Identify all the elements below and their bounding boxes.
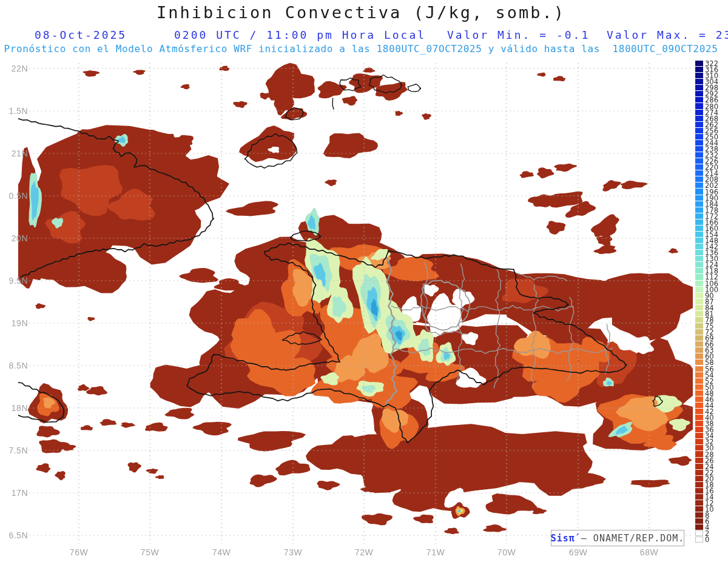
colorbar-cell [695, 170, 703, 176]
colorbar-cell [695, 353, 703, 359]
colorbar-cell [695, 140, 703, 146]
colorbar-cell [695, 518, 703, 524]
colorbar-cell [695, 476, 703, 481]
colorbar-cell [695, 347, 703, 353]
colorbar-cell [695, 396, 703, 402]
lat-label: 21N [0, 149, 28, 158]
colorbar-cell [695, 103, 703, 109]
colorbar-cell [695, 91, 703, 96]
colorbar-cell [695, 244, 703, 249]
colorbar-cell [695, 323, 703, 329]
colorbar-cell [695, 403, 703, 408]
lon-label: 74W [203, 547, 240, 557]
colorbar-cell [695, 97, 703, 102]
lat-label: 20N [0, 233, 28, 243]
lon-label: 69W [560, 547, 596, 557]
colorbar-cell [695, 445, 703, 450]
colorbar-cell [695, 213, 703, 219]
colorbar-cell [695, 500, 703, 506]
lat-label: 8.5N [0, 361, 28, 370]
colorbar-cell [695, 494, 703, 500]
colorbar-cell [695, 207, 703, 213]
colorbar-cell [695, 67, 703, 72]
colorbar-cell [695, 152, 703, 158]
lat-label: 1.5N [0, 106, 28, 116]
minmax-values: Valor Min. = -0.1 Valor Max. = 237.345 [447, 28, 728, 41]
colorbar-cell [695, 61, 703, 66]
colorbar-cell [695, 250, 703, 255]
colorbar-cell [695, 116, 703, 121]
colorbar-cell [695, 262, 703, 267]
lon-label: 73W [275, 547, 311, 557]
colorbar-cell [695, 146, 703, 152]
colorbar-cell [695, 372, 703, 378]
colorbar-cell [695, 219, 703, 225]
colorbar-cell [695, 512, 703, 518]
colorbar-cell [695, 366, 703, 372]
colorbar-tick-label: 0 [705, 537, 709, 543]
colorbar-cell [695, 201, 703, 207]
weather-map-page: Inhibicion Convectiva (J/kg, somb.) 08-O… [0, 0, 728, 562]
map-canvas [0, 0, 728, 562]
colorbar-cell [695, 176, 703, 182]
colorbar-cell [695, 122, 703, 127]
colorbar-cell [695, 164, 703, 170]
colorbar-cell [695, 464, 703, 469]
colorbar-cell [695, 128, 703, 133]
colorbar-cell [695, 274, 703, 279]
lat-label: 22N [0, 64, 28, 73]
lat-label: 9.5N [0, 276, 28, 286]
colorbar-cell [695, 73, 703, 78]
colorbar-cell [695, 158, 703, 164]
colorbar-cell [695, 360, 703, 365]
colorbar-cell [695, 226, 703, 231]
lon-label: 70W [488, 547, 525, 557]
colorbar-cell [695, 311, 703, 316]
colorbar-cell [695, 110, 703, 115]
colorbar-cell [695, 256, 703, 261]
colorbar-cell [695, 506, 703, 512]
colorbar-cell [695, 482, 703, 487]
colorbar-cell [695, 378, 703, 384]
colorbar-cell [695, 238, 703, 243]
brand-label: Sisπ́ [551, 533, 575, 544]
colorbar-cell [695, 293, 703, 298]
colorbar-cell [695, 451, 703, 457]
valid-time: 0200 UTC / 11:00 pm Hora Local [174, 28, 426, 41]
lon-label: 75W [132, 547, 168, 557]
forecast-description: Pronóstico con el Modelo Atmósferico WRF… [0, 43, 722, 55]
lat-label: 7.5N [0, 446, 28, 455]
colorbar-cell [695, 299, 703, 304]
lat-label: 19N [0, 318, 28, 328]
lat-label: 0.5N [0, 191, 28, 201]
colorbar-cell [695, 79, 703, 84]
colorbar-cell [695, 341, 703, 347]
lon-label: 71W [417, 547, 454, 557]
colorbar-cell [695, 182, 703, 188]
lon-label: 76W [61, 547, 97, 557]
colorbar-cell [695, 439, 703, 444]
lat-label: 6.5N [0, 530, 28, 540]
colorbar-cell [695, 195, 703, 201]
colorbar-cell [695, 329, 703, 335]
colorbar-cell [695, 268, 703, 273]
attribution-org: – ONAMET/REP.DOM. [575, 533, 685, 544]
attribution-box: Sisπ́ – ONAMET/REP.DOM. [551, 530, 684, 546]
lon-label: 68W [631, 547, 667, 557]
colorbar-cell [695, 470, 703, 475]
colorbar-cell [695, 287, 703, 292]
colorbar-cell [695, 281, 703, 286]
colorbar-cell [695, 390, 703, 396]
colorbar-cell [695, 232, 703, 237]
colorbar-cell [695, 415, 703, 420]
colorbar-cell [695, 317, 703, 323]
colorbar-cell [695, 409, 703, 414]
colorbar-cell [695, 134, 703, 139]
page-title: Inhibicion Convectiva (J/kg, somb.) [0, 3, 722, 22]
colorbar-cell [695, 458, 703, 463]
colorbar-cell [695, 335, 703, 341]
colorbar-cell [695, 427, 703, 432]
forecast-date: 08-Oct-2025 [35, 28, 127, 41]
colorbar-cell [695, 421, 703, 426]
colorbar-cell [695, 530, 703, 536]
